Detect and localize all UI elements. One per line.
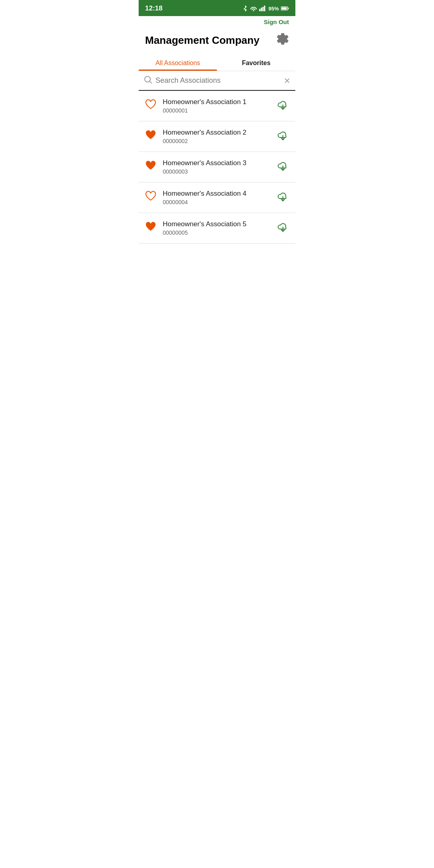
tab-favorites[interactable]: Favorites (217, 54, 295, 71)
status-time: 12:18 (145, 4, 162, 12)
cloud-download-icon[interactable] (277, 99, 289, 113)
svg-rect-3 (264, 6, 265, 11)
tabs-container: All Associations Favorites (139, 54, 295, 71)
association-name: Homeowner's Association 3 (163, 159, 277, 167)
svg-rect-1 (261, 8, 262, 11)
association-code: 00000001 (163, 107, 277, 114)
page-title: Management Company (145, 34, 260, 47)
list-item[interactable]: Homeowner's Association 200000002 (139, 121, 295, 152)
svg-rect-5 (288, 8, 289, 9)
association-name: Homeowner's Association 4 (163, 190, 277, 198)
sign-out-bar: Sign Out (139, 16, 295, 28)
favorite-icon[interactable] (145, 160, 156, 174)
header: Management Company (139, 28, 295, 54)
list-item[interactable]: Homeowner's Association 300000003 (139, 152, 295, 182)
list-item[interactable]: Homeowner's Association 400000004 (139, 182, 295, 213)
svg-rect-0 (259, 9, 260, 11)
associations-list: Homeowner's Association 100000001 Homeow… (139, 91, 295, 244)
battery-text: 95% (268, 6, 279, 12)
search-bar: ✕ (139, 71, 295, 91)
search-input[interactable] (156, 76, 284, 85)
tab-all-associations[interactable]: All Associations (139, 54, 217, 71)
association-code: 00000002 (163, 138, 277, 144)
bluetooth-icon (242, 5, 248, 12)
association-name: Homeowner's Association 1 (163, 98, 277, 106)
sign-out-button[interactable]: Sign Out (264, 18, 289, 25)
search-icon (143, 75, 152, 86)
favorite-icon[interactable] (145, 130, 156, 143)
association-code: 00000005 (163, 229, 277, 236)
association-name: Homeowner's Association 2 (163, 129, 277, 137)
association-name: Homeowner's Association 5 (163, 220, 277, 228)
cloud-download-icon[interactable] (277, 191, 289, 204)
favorite-icon[interactable] (145, 191, 156, 204)
svg-rect-2 (262, 7, 264, 11)
svg-line-8 (150, 82, 152, 84)
association-code: 00000003 (163, 168, 277, 175)
status-icons: 95% (242, 5, 289, 12)
favorite-icon[interactable] (145, 221, 156, 235)
wifi-icon (250, 6, 257, 11)
list-item[interactable]: Homeowner's Association 500000005 (139, 213, 295, 244)
cloud-download-icon[interactable] (277, 160, 289, 174)
association-code: 00000004 (163, 199, 277, 205)
signal-icon (259, 6, 266, 11)
list-item[interactable]: Homeowner's Association 100000001 (139, 91, 295, 121)
favorite-icon[interactable] (145, 99, 156, 113)
battery-icon (281, 6, 289, 11)
status-bar: 12:18 95% (139, 0, 295, 16)
cloud-download-icon[interactable] (277, 130, 289, 143)
settings-icon[interactable] (276, 33, 289, 48)
search-clear-icon[interactable]: ✕ (284, 76, 291, 86)
cloud-download-icon[interactable] (277, 221, 289, 235)
svg-rect-6 (282, 8, 287, 10)
